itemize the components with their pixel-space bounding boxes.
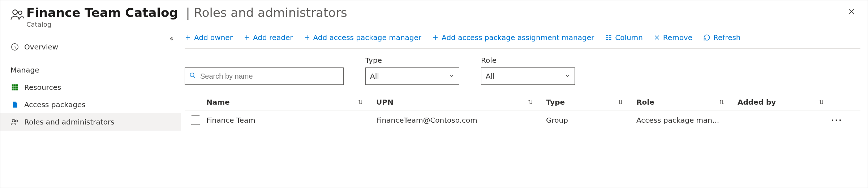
- remove-button[interactable]: Remove: [654, 33, 692, 42]
- button-label: Remove: [663, 33, 692, 42]
- sort-icon: [527, 99, 533, 105]
- role-filter-label: Role: [481, 56, 575, 65]
- search-icon: [189, 72, 196, 80]
- column-header-added-by[interactable]: Added by: [738, 98, 828, 106]
- people-icon: [10, 118, 19, 126]
- row-more-button[interactable]: ···: [831, 116, 843, 124]
- package-icon: [10, 101, 19, 109]
- column-label: UPN: [376, 98, 394, 106]
- people-icon: [10, 5, 26, 23]
- svg-point-1: [18, 11, 22, 15]
- column-header-upn[interactable]: UPN: [376, 98, 546, 106]
- type-filter-label: Type: [365, 56, 459, 65]
- add-reader-button[interactable]: Add reader: [244, 33, 293, 42]
- dropdown-value: All: [486, 72, 495, 80]
- chevron-down-icon: [564, 72, 570, 80]
- sort-icon: [719, 99, 725, 105]
- sort-icon: [618, 99, 623, 105]
- page-title-section: Roles and administrators: [194, 5, 347, 20]
- sidebar-item-resources[interactable]: Resources: [0, 79, 181, 96]
- column-label: Name: [206, 98, 230, 106]
- column-button[interactable]: Column: [605, 33, 643, 42]
- chevron-down-icon: [449, 72, 455, 80]
- svg-rect-3: [12, 84, 14, 86]
- info-icon: [10, 43, 19, 51]
- table-header: Name UPN Type Role Added by: [185, 94, 860, 110]
- button-label: Add access package manager: [313, 33, 422, 42]
- sidebar-item-label: Overview: [24, 43, 58, 51]
- button-label: Add access package assignment manager: [442, 33, 594, 42]
- button-label: Add owner: [194, 33, 233, 42]
- collapse-sidebar-button[interactable]: «: [169, 34, 174, 43]
- plus-icon: [304, 34, 310, 41]
- svg-rect-10: [14, 88, 16, 90]
- button-label: Column: [615, 33, 643, 42]
- cell-upn: FinanceTeam@Contoso.com: [376, 116, 477, 124]
- svg-rect-8: [16, 87, 18, 88]
- add-access-package-assignment-manager-button[interactable]: Add access package assignment manager: [432, 33, 594, 42]
- cell-type: Group: [546, 116, 568, 124]
- column-label: Type: [546, 98, 565, 106]
- column-header-type[interactable]: Type: [546, 98, 636, 106]
- svg-rect-7: [14, 87, 16, 88]
- sidebar-item-label: Roles and administrators: [24, 118, 115, 126]
- role-filter-dropdown[interactable]: All: [481, 67, 575, 85]
- column-header-role[interactable]: Role: [636, 98, 738, 106]
- svg-rect-5: [16, 84, 18, 86]
- button-label: Refresh: [713, 33, 741, 42]
- button-label: Add reader: [253, 33, 293, 42]
- svg-point-13: [16, 120, 18, 122]
- column-label: Role: [636, 98, 654, 106]
- dropdown-value: All: [370, 72, 379, 80]
- row-checkbox[interactable]: [191, 115, 200, 125]
- table-row[interactable]: Finance Team FinanceTeam@Contoso.com Gro…: [185, 110, 860, 130]
- sidebar-item-access-packages[interactable]: Access packages: [0, 96, 181, 113]
- search-input[interactable]: [185, 67, 344, 85]
- page-title: Finance Team Catalog | Roles and adminis…: [26, 5, 845, 20]
- plus-icon: [244, 34, 250, 41]
- sort-icon: [818, 99, 824, 105]
- svg-point-14: [190, 73, 194, 77]
- grid-icon: [10, 84, 19, 91]
- add-access-package-manager-button[interactable]: Add access package manager: [304, 33, 422, 42]
- column-label: Added by: [738, 98, 776, 106]
- sidebar-item-roles-administrators[interactable]: Roles and administrators: [0, 113, 181, 131]
- sidebar-item-label: Access packages: [24, 100, 86, 109]
- sort-icon: [357, 99, 363, 105]
- plus-icon: [432, 34, 439, 41]
- add-owner-button[interactable]: Add owner: [185, 33, 233, 42]
- plus-icon: [185, 34, 191, 41]
- refresh-button[interactable]: Refresh: [703, 33, 741, 42]
- cell-name: Finance Team: [206, 116, 255, 124]
- columns-icon: [605, 34, 612, 41]
- sidebar-item-overview[interactable]: Overview: [0, 38, 181, 56]
- type-filter-dropdown[interactable]: All: [365, 67, 459, 85]
- divider: [185, 48, 860, 49]
- sidebar-item-label: Resources: [24, 83, 61, 92]
- svg-point-0: [13, 10, 17, 14]
- page-subtitle: Catalog: [26, 21, 845, 28]
- svg-rect-9: [12, 88, 14, 90]
- x-icon: [654, 34, 660, 41]
- sidebar-section-manage: Manage: [0, 56, 181, 79]
- refresh-icon: [703, 34, 710, 41]
- cell-role: Access package man...: [636, 116, 719, 124]
- search-field[interactable]: [199, 72, 339, 81]
- svg-rect-4: [14, 84, 16, 86]
- svg-point-12: [12, 119, 15, 122]
- command-bar: Add owner Add reader Add access package …: [185, 28, 860, 48]
- column-header-name[interactable]: Name: [206, 98, 376, 106]
- sidebar: « Overview Manage Resources Access packa…: [0, 28, 181, 188]
- close-button[interactable]: [845, 5, 858, 19]
- svg-rect-11: [16, 88, 18, 90]
- page-title-name: Finance Team Catalog: [26, 5, 178, 20]
- svg-rect-6: [12, 87, 14, 88]
